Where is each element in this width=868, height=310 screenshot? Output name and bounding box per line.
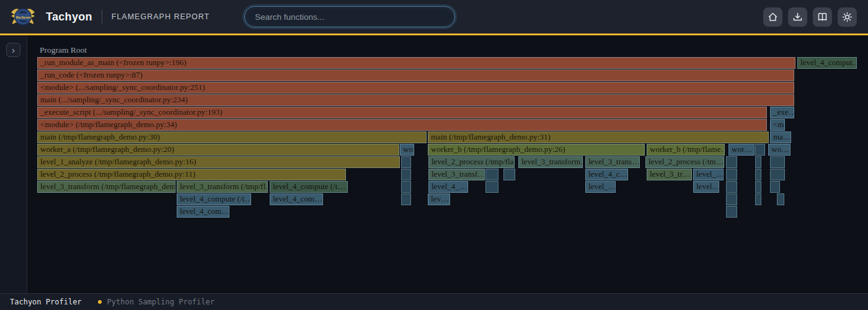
sun-icon (842, 12, 852, 22)
header-divider (102, 10, 102, 24)
flame-bar[interactable]: level_2_process (/tmp/fla… (428, 156, 515, 168)
flame-bar[interactable] (755, 156, 761, 168)
flame-bar[interactable]: <module> (.../sampling/_sync_coordinator… (37, 82, 794, 94)
flame-bar[interactable]: worker_b (/tmp/flamegraph_demo.py:26) (428, 144, 645, 156)
search-wrap (244, 6, 455, 27)
download-button[interactable] (788, 7, 807, 27)
flame-bar[interactable]: level_3_tr… (647, 169, 692, 180)
footer-brand: Tachyon Profiler (10, 298, 82, 306)
flame-bar[interactable]: <module> (/tmp/flamegraph_demo.py:34) (37, 119, 767, 131)
flame-bar[interactable]: _execute_script (.../sampling/_sync_coor… (37, 107, 767, 118)
report-type-label: FLAMEGRAPH REPORT (112, 12, 210, 21)
main-area: › Program Root _run_module_as_main (<fro… (0, 35, 868, 293)
flame-bar[interactable]: ma… (770, 131, 791, 143)
flame-bar[interactable]: main (/tmp/flamegraph_demo.py:30) (37, 131, 427, 143)
download-icon (792, 12, 803, 22)
flame-bar[interactable]: level… (693, 181, 719, 193)
flame-bar[interactable]: level_… (585, 181, 616, 193)
app-title: Tachyon (46, 11, 92, 24)
header: Tachyon Tachyon FLAMEGRAPH REPORT (0, 0, 868, 35)
flame-bar[interactable] (755, 144, 765, 156)
flame-bar[interactable]: level_4_compute (/t… (270, 181, 348, 193)
flame-bar[interactable]: level_4_comput… (797, 57, 857, 69)
flame-bar[interactable] (726, 169, 737, 180)
flame-bar[interactable] (401, 193, 411, 205)
flame-bar[interactable]: wo… (768, 144, 790, 156)
flame-bar[interactable] (770, 169, 785, 180)
theme-button[interactable] (838, 7, 857, 27)
flame-bar[interactable] (485, 181, 498, 193)
flame-bar[interactable]: level_3_transf… (428, 169, 485, 180)
flame-bar[interactable]: level_3_trans… (585, 156, 640, 168)
flame-bar[interactable]: level_1_analyze (/tmp/flamegraph_demo.py… (37, 156, 400, 168)
flame-bar[interactable]: level_4_com… (270, 193, 323, 205)
app-logo-icon: Tachyon (10, 4, 36, 30)
flame-bar[interactable] (726, 181, 737, 193)
flame-bar[interactable]: level_2_process (/tmp/flamegraph_demo.py… (37, 169, 346, 180)
flame-bar[interactable]: worker_a (/tmp/flamegraph_demo.py:20) (37, 144, 399, 156)
docs-button[interactable] (813, 7, 832, 27)
flame-bar[interactable] (401, 169, 411, 180)
flame-bar[interactable]: level_2_process (/tm… (645, 156, 724, 168)
flame-bar[interactable] (770, 181, 780, 193)
status-bar: Tachyon Profiler Python Sampling Profile… (0, 293, 868, 310)
flame-bar[interactable]: <m… (770, 119, 785, 131)
flame-bar[interactable] (401, 181, 411, 193)
home-button[interactable] (763, 7, 782, 27)
flame-bar[interactable] (777, 193, 784, 205)
flame-bar[interactable]: level_… (693, 169, 724, 180)
flame-bar[interactable]: worker_b (/tmp/flame… (647, 144, 725, 156)
flame-bar[interactable]: level_4_c… (585, 169, 628, 180)
flame-bar[interactable]: main (.../sampling/_sync_coordinator.py:… (37, 94, 794, 106)
flame-bar[interactable]: level_3_transform… (518, 156, 583, 168)
flame-bar[interactable] (503, 169, 515, 180)
flame-bar[interactable]: level_3_transform (/tmp/fl… (177, 181, 268, 193)
flame-bar[interactable]: _run_code (<frozen runpy>:87) (37, 69, 794, 81)
flame-bar[interactable]: _run_module_as_main (<frozen runpy>:196) (37, 57, 795, 69)
flame-bar[interactable] (770, 156, 785, 168)
flame-bar[interactable] (726, 156, 737, 168)
flame-bar[interactable]: wor… (728, 144, 755, 156)
flame-bar[interactable]: level_4_compute (/t… (177, 193, 251, 205)
flame-bar[interactable]: wor… (400, 144, 414, 156)
flame-bar[interactable] (755, 193, 761, 205)
flame-bar[interactable] (755, 169, 761, 180)
home-icon (768, 12, 778, 22)
flame-bar[interactable]: level_3_transform (/tmp/flamegraph_dem… (37, 181, 175, 193)
footer-subtitle: Python Sampling Profiler (107, 298, 215, 306)
flame-bar[interactable] (726, 193, 737, 205)
flamegraph-canvas[interactable]: Program Root _run_module_as_main (<froze… (0, 35, 868, 293)
flame-bar[interactable]: _exe… (770, 107, 794, 118)
flame-bar[interactable]: lev… (428, 193, 450, 205)
flame-bar[interactable]: main (/tmp/flamegraph_demo.py:31) (428, 131, 769, 143)
flame-root-label: Program Root (40, 45, 87, 55)
flame-bar[interactable] (726, 206, 737, 218)
flame-bar[interactable] (401, 156, 411, 168)
flame-bar[interactable]: level_4_… (428, 181, 468, 193)
book-icon (817, 12, 828, 22)
flame-bar[interactable] (755, 181, 761, 193)
flame-bar[interactable]: level_4_com… (177, 206, 229, 218)
logo-text: Tachyon (16, 15, 31, 20)
flame-bar[interactable] (485, 169, 498, 180)
header-buttons (763, 7, 857, 27)
status-dot (98, 300, 102, 304)
search-input[interactable] (244, 6, 455, 27)
